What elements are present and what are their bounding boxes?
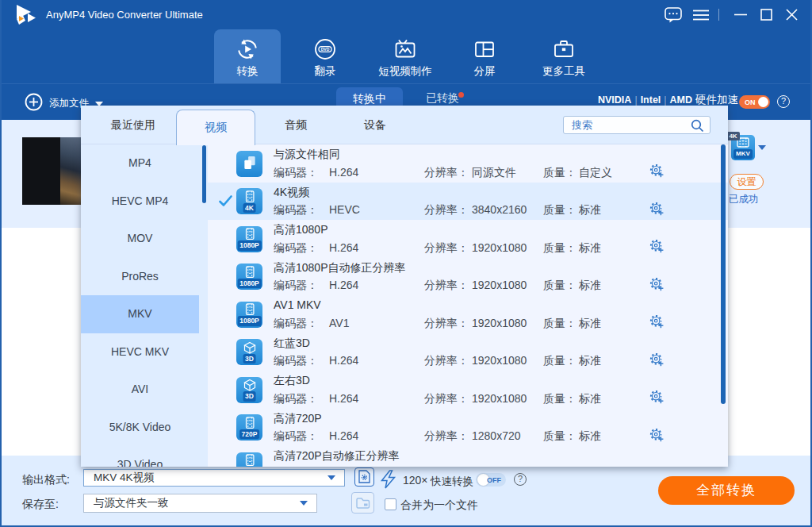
list-scrollbar[interactable] xyxy=(721,144,726,404)
help-icon[interactable]: ? xyxy=(777,95,790,108)
maximize-icon[interactable] xyxy=(760,9,772,21)
same-as-source-icon xyxy=(236,151,262,177)
minimize-icon[interactable] xyxy=(734,13,747,16)
video-format-icon: 720P xyxy=(236,414,262,440)
sidebar-item-5k8k[interactable]: 5K/8K Video xyxy=(81,409,199,447)
hw-label: 硬件加速 xyxy=(692,94,738,106)
save-to-label: 保存至: xyxy=(22,498,59,512)
lightning-icon xyxy=(379,470,397,489)
format-row[interactable]: 与源文件相同 编码器：H.264 分辨率：同源文件 质量：自定义 xyxy=(208,144,728,183)
hw-accel-toggle[interactable]: ON xyxy=(739,95,770,109)
format-row[interactable]: 3D 红蓝3D 编码器：H.264 分辨率：1920x1080 质量：标准 xyxy=(208,333,728,371)
nav-tab-short-video[interactable]: 短视频制作 xyxy=(364,29,446,83)
profile-settings-button[interactable] xyxy=(354,467,374,487)
tab-video[interactable]: 视频 xyxy=(176,110,255,145)
sidebar-item-mkv[interactable]: MKV xyxy=(81,295,199,333)
sidebar-item-hevc-mkv[interactable]: HEVC MKV xyxy=(81,333,199,371)
convert-all-button[interactable]: 全部转换 xyxy=(658,476,795,505)
search-box[interactable] xyxy=(563,116,710,134)
toggle-knob xyxy=(758,97,768,107)
menu-icon[interactable] xyxy=(692,10,710,21)
video-format-icon: 1080P xyxy=(236,264,262,290)
feedback-icon[interactable] xyxy=(665,7,683,24)
format-row[interactable]: 720P 高清720P 编码器：H.264 分辨率：1280x720 质量：标准 xyxy=(208,409,728,447)
format-row[interactable]: 1080P 高清1080P 编码器：H.264 分辨率：1920x1080 质量… xyxy=(208,220,728,258)
app-window: AnyMP4 Video Converter Ultimate xyxy=(0,0,812,527)
nav-tab-label: 分屏 xyxy=(451,64,518,79)
save-to-dropdown[interactable]: 与源文件夹一致 xyxy=(83,494,317,513)
nav-tab-label: 更多工具 xyxy=(524,64,603,79)
speed-label: 快速转换 xyxy=(431,475,473,489)
gear-icon[interactable] xyxy=(649,277,664,291)
gear-icon[interactable] xyxy=(649,352,664,367)
titlebar-separator xyxy=(718,9,719,21)
video-thumbnail xyxy=(22,137,82,205)
gear-icon[interactable] xyxy=(649,163,664,178)
add-file-icon[interactable] xyxy=(25,93,43,111)
search-icon[interactable] xyxy=(691,119,704,133)
format-row[interactable]: 3D 左右3D 编码器：H.264 分辨率：1920x1080 质量：标准 xyxy=(208,371,728,409)
video-maker-icon xyxy=(393,37,417,61)
gear-icon[interactable] xyxy=(649,314,664,329)
app-title: AnyMP4 Video Converter Ultimate xyxy=(46,9,203,21)
app-logo-icon xyxy=(15,5,39,25)
format-panel: 最近使用 音频 设备 视频 MP4 HEVC MP4 MOV ProRes MK… xyxy=(81,106,728,467)
close-icon[interactable] xyxy=(786,9,798,21)
search-input[interactable] xyxy=(572,117,687,133)
format-label: MKV xyxy=(733,149,753,160)
sidebar-item-hevc-mp4[interactable]: HEVC MP4 xyxy=(81,183,199,221)
sidebar-item-mov[interactable]: MOV xyxy=(81,220,199,258)
status-text: 已成功 xyxy=(729,193,759,206)
speed-help-icon[interactable]: ? xyxy=(514,473,527,486)
dvd-icon: DVD xyxy=(313,37,337,61)
convert-icon xyxy=(236,37,259,61)
dropdown-caret-icon xyxy=(327,475,335,480)
tab-device[interactable]: 设备 xyxy=(353,106,397,144)
split-screen-icon xyxy=(473,37,496,61)
sidebar-item-avi[interactable]: AVI xyxy=(81,371,199,409)
output-format-dropdown[interactable]: MKV 4K视频 xyxy=(83,469,345,487)
tab-audio[interactable]: 音频 xyxy=(274,106,318,144)
nav-tab-convert[interactable]: 转换 xyxy=(214,29,281,83)
nav-tab-rip[interactable]: DVD 翻录 xyxy=(292,29,358,83)
format-row[interactable]: 1080P 高清1080P自动修正分辨率 编码器：H.264 分辨率：1920x… xyxy=(208,258,728,296)
dropdown-caret-icon xyxy=(300,501,308,506)
nav-tab-more-tools[interactable]: 更多工具 xyxy=(524,29,603,83)
gear-icon[interactable] xyxy=(649,239,664,253)
output-format-label: 输出格式: xyxy=(22,473,70,487)
svg-text:DVD: DVD xyxy=(321,47,330,52)
video-format-icon: 4K xyxy=(236,188,262,214)
merge-label[interactable]: 合并为一个文件 xyxy=(400,498,478,513)
hw-intel: Intel xyxy=(641,94,661,106)
output-format-4k-badge: 4K xyxy=(726,132,740,140)
gear-icon[interactable] xyxy=(649,390,664,404)
speed-value: 120× xyxy=(403,474,428,487)
hw-nvidia: NVIDIA xyxy=(598,94,631,106)
merge-checkbox[interactable] xyxy=(385,498,396,510)
gear-icon[interactable] xyxy=(649,202,664,216)
hardware-acceleration: NVIDIA|Intel|AMD硬件加速 xyxy=(598,94,738,106)
3d-format-icon: 3D xyxy=(236,377,262,403)
sidebar-scrollbar[interactable] xyxy=(202,145,206,203)
sidebar-item-3d[interactable]: 3D Video xyxy=(81,446,199,467)
video-format-icon xyxy=(236,452,262,467)
format-caret-icon[interactable] xyxy=(758,145,766,150)
title-bar: AnyMP4 Video Converter Ultimate xyxy=(0,0,812,29)
tab-recently-used[interactable]: 最近使用 xyxy=(100,106,167,144)
settings-button[interactable]: 设置 xyxy=(730,174,764,190)
format-list: 与源文件相同 编码器：H.264 分辨率：同源文件 质量：自定义 4K 4K视频… xyxy=(208,144,728,467)
sidebar-item-mp4[interactable]: MP4 xyxy=(81,144,199,183)
hw-amd: AMD xyxy=(670,94,692,106)
sidebar-item-prores[interactable]: ProRes xyxy=(81,258,199,296)
speed-toggle[interactable]: OFF xyxy=(476,473,506,487)
format-row[interactable]: 1080P AV1 MKV 编码器：AV1 分辨率：1920x1080 质量：标… xyxy=(208,295,728,333)
format-row[interactable]: 4K 4K视频 编码器：HEVC 分辨率：3840x2160 质量：标准 xyxy=(208,183,728,221)
format-sidebar: MP4 HEVC MP4 MOV ProRes MKV HEVC MKV AVI… xyxy=(81,144,208,467)
nav-tab-split-screen[interactable]: 分屏 xyxy=(451,29,518,83)
nav-tab-label: 短视频制作 xyxy=(364,64,446,79)
3d-format-icon: 3D xyxy=(236,339,262,365)
tab-converted[interactable]: 已转换 xyxy=(426,91,459,106)
open-folder-button[interactable] xyxy=(351,492,374,514)
gear-icon[interactable] xyxy=(649,428,664,442)
format-row[interactable]: 高清720P自动修正分辨率 编码器： 分辨率： 质量： xyxy=(208,446,728,467)
